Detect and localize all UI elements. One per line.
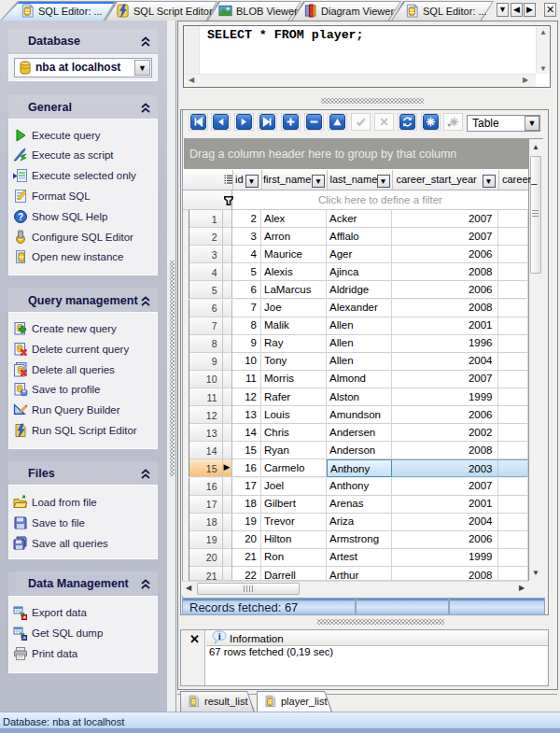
- svg-text:?: ?: [18, 212, 23, 222]
- svg-text:i: i: [218, 631, 221, 641]
